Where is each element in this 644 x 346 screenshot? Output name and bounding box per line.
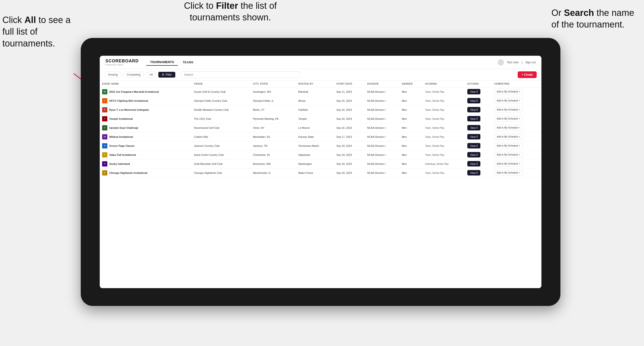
tournaments-table-container: EVENT NAME VENUE CITY, STATE HOSTED BY S…: [100, 81, 542, 288]
sign-out-link[interactable]: Sign out: [525, 61, 536, 64]
event-name-cell: C Chicago Highlands Invitational: [100, 168, 192, 177]
add-to-schedule-button[interactable]: Add to My Schedule +: [494, 134, 523, 140]
add-to-schedule-button[interactable]: Add to My Schedule +: [494, 125, 523, 130]
top-bar: SCOREBOARD Powered by clipp'd TOURNAMENT…: [100, 56, 542, 69]
info-icon: ℹ: [476, 90, 478, 93]
competing-cell: Add to My Schedule +: [492, 123, 542, 132]
main-nav: TOURNAMENTS TEAMS: [146, 59, 498, 66]
col-gender: GENDER: [400, 81, 423, 87]
info-icon: ℹ: [476, 135, 478, 138]
all-filter-btn[interactable]: All: [146, 72, 156, 78]
gender-cell: Men: [400, 114, 423, 123]
add-to-schedule-button[interactable]: Add to My Schedule +: [494, 116, 523, 121]
hosted-by-cell: Washington: [296, 159, 334, 168]
event-name: Grover Page Classic: [109, 145, 135, 147]
event-name-cell: F Ryan T. Lee Memorial Collegiate: [100, 105, 192, 114]
city-state-cell: Westchester, IL: [250, 168, 296, 177]
event-name: OFCC Fighting Illini Invitational: [109, 99, 148, 102]
hosted-by-cell: Temple: [296, 114, 334, 123]
search-input[interactable]: [181, 71, 300, 78]
add-to-schedule-button[interactable]: Add to My Schedule +: [494, 89, 523, 94]
city-state-cell: Victor, NY: [250, 123, 296, 132]
table-row: G Grover Page Classic Jackson Country Cl…: [100, 141, 542, 150]
city-state-cell: Huntington, WV: [250, 87, 296, 96]
view-button[interactable]: View ℹ: [467, 161, 481, 167]
annotation-top-right: Or Search the name of the tournament.: [552, 7, 642, 31]
table-row: I OFCC Fighting Illini Invitational Olym…: [100, 96, 542, 105]
info-icon: ℹ: [476, 153, 478, 156]
team-logo: U: [102, 125, 107, 130]
event-name: Ryan T. Lee Memorial Collegiate: [109, 108, 149, 111]
competing-cell: Add to My Schedule +: [492, 105, 542, 114]
scoring-cell: Team, Stroke Play: [423, 96, 465, 105]
scoring-cell: Team, Stroke Play: [423, 141, 465, 150]
competing-filter-btn[interactable]: Competing: [123, 72, 144, 78]
competing-cell: Add to My Schedule +: [492, 159, 542, 168]
add-to-schedule-button[interactable]: Add to My Schedule +: [494, 143, 523, 149]
view-button[interactable]: View ℹ: [467, 98, 481, 103]
competing-cell: Add to My Schedule +: [492, 141, 542, 150]
table-row: W Wildcat Invitational Colbert Hills Man…: [100, 132, 542, 141]
add-to-schedule-button[interactable]: Add to My Schedule +: [494, 98, 523, 103]
table-row: M 2023 Joe Feaganes Marshall Invitationa…: [100, 87, 542, 96]
actions-cell: View ℹ: [465, 96, 492, 105]
add-to-schedule-button[interactable]: Add to My Schedule +: [494, 161, 523, 167]
event-name-cell: I OFCC Fighting Illini Invitational: [100, 96, 192, 105]
competing-cell: Add to My Schedule +: [492, 132, 542, 141]
event-name-cell: U Upstate Dual Challenge: [100, 123, 192, 132]
add-to-schedule-button[interactable]: Add to My Schedule +: [494, 107, 523, 112]
add-to-schedule-button[interactable]: Add to My Schedule +: [494, 152, 523, 158]
division-cell: NCAA Division I: [365, 96, 400, 105]
filter-button[interactable]: ⚙ Filter: [158, 72, 176, 78]
logo-text: SCOREBOARD: [106, 59, 139, 64]
add-to-schedule-button[interactable]: Add to My Schedule +: [494, 170, 523, 175]
team-logo: C: [102, 170, 107, 175]
scoring-cell: Team, Stroke Play: [423, 114, 465, 123]
hosted-by-cell: Tennessee-Martin: [296, 141, 334, 150]
division-cell: NCAA Division I: [365, 87, 400, 96]
event-name: Wildcat Invitational: [109, 135, 133, 138]
gender-cell: Men: [400, 132, 423, 141]
venue-cell: Jackson Country Club: [192, 141, 250, 150]
view-button[interactable]: View ℹ: [467, 143, 481, 149]
table-row: F Ryan T. Lee Memorial Collegiate Shuttl…: [100, 105, 542, 114]
gender-cell: Men: [400, 123, 423, 132]
actions-cell: View ℹ: [465, 150, 492, 159]
info-icon: ℹ: [476, 108, 478, 111]
hosted-by-cell: Wake Forest: [296, 168, 334, 177]
view-button[interactable]: View ℹ: [467, 89, 481, 94]
event-name-cell: H Husky Individual: [100, 159, 192, 168]
hosting-filter-btn[interactable]: Hosting: [104, 72, 121, 78]
info-icon: ℹ: [476, 162, 478, 165]
info-icon: ℹ: [476, 126, 478, 129]
view-button[interactable]: View ℹ: [467, 107, 481, 112]
gender-cell: Men: [400, 168, 423, 177]
view-button[interactable]: View ℹ: [467, 134, 481, 140]
start-date-cell: Sep 18, 2023: [334, 150, 365, 159]
team-logo: M: [102, 89, 107, 94]
view-button[interactable]: View ℹ: [467, 116, 481, 121]
competing-cell: Add to My Schedule +: [492, 168, 542, 177]
team-logo: T: [102, 116, 107, 121]
nav-tournaments[interactable]: TOURNAMENTS: [146, 59, 178, 66]
col-city-state: CITY, STATE: [250, 81, 296, 87]
create-button[interactable]: + Create: [518, 71, 537, 78]
search-box: [181, 71, 516, 78]
event-name: 2023 Joe Feaganes Marshall Invitational: [109, 90, 159, 93]
view-button[interactable]: View ℹ: [467, 125, 481, 130]
view-button[interactable]: View ℹ: [467, 152, 481, 158]
info-icon: ℹ: [476, 144, 478, 147]
gender-cell: Men: [400, 87, 423, 96]
nav-teams[interactable]: TEAMS: [179, 59, 197, 66]
city-state-cell: Olympia Fields, IL: [250, 96, 296, 105]
team-logo: I: [102, 98, 107, 103]
table-row: C Chicago Highlands Invitational Chicago…: [100, 168, 542, 177]
team-logo: V: [102, 152, 107, 158]
scoring-cell: Team, Stroke Play: [423, 105, 465, 114]
view-button[interactable]: View ℹ: [467, 170, 481, 175]
table-row: V Valpo Fall Invitational Sand Creek Cou…: [100, 150, 542, 159]
venue-cell: Chicago Highlands Club: [192, 168, 250, 177]
venue-cell: Gold Mountain Golf Club: [192, 159, 250, 168]
hosted-by-cell: Kansas State: [296, 132, 334, 141]
user-avatar: [498, 59, 504, 65]
